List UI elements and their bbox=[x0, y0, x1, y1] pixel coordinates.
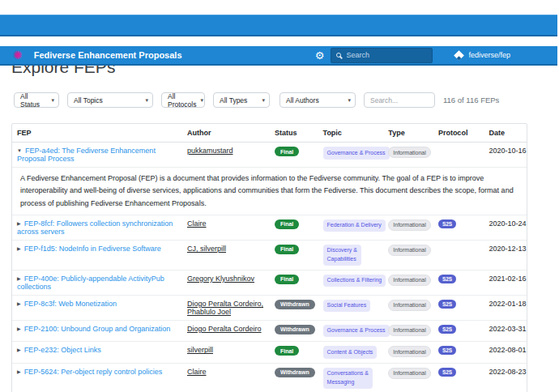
fep-link[interactable]: FEP-8c3f: Web Monetization bbox=[24, 300, 117, 308]
expand-arrow-icon[interactable]: ▶ bbox=[17, 326, 21, 331]
author-link[interactable]: Diogo Peralta Cordeiro bbox=[187, 325, 262, 333]
expand-arrow-icon[interactable]: ▶ bbox=[17, 347, 21, 352]
author-link[interactable]: silverpill bbox=[187, 346, 213, 354]
topic-cell: Collections & Filtering bbox=[318, 271, 384, 296]
expand-arrow-icon[interactable]: ▶ bbox=[17, 220, 21, 226]
navbar-search-box[interactable] bbox=[331, 48, 433, 63]
date-cell: 2021-02-16 bbox=[484, 271, 527, 296]
author-link[interactable]: Gregory Klyushnikov bbox=[187, 275, 254, 283]
expand-arrow-icon[interactable]: ▶ bbox=[17, 275, 21, 281]
author-link[interactable]: Claire bbox=[187, 368, 207, 376]
date-cell: 2022-01-18 bbox=[484, 296, 527, 321]
status-badge: Withdrawn bbox=[275, 368, 315, 377]
chevron-down-icon: ▾ bbox=[348, 97, 351, 104]
types-filter-select[interactable]: All Types ▾ bbox=[213, 92, 270, 108]
result-count: 116 of 116 FEPs bbox=[443, 96, 499, 104]
author-cell: Diogo Peralta Cordeiro, Phablulo Joel bbox=[182, 296, 270, 321]
expand-arrow-icon[interactable]: ▶ bbox=[17, 245, 21, 251]
fep-cell: ▶FEP-400e: Publicly-appendable ActivityP… bbox=[12, 271, 182, 296]
type-cell: Informational bbox=[383, 241, 433, 271]
protocol-cell: S2S bbox=[433, 364, 484, 392]
topic-cell: Content & Objects bbox=[318, 342, 384, 364]
chevron-down-icon: ▾ bbox=[262, 97, 265, 104]
date-cell: 2022-03-31 bbox=[484, 321, 527, 343]
fep-link[interactable]: FEP-8fcf: Followers collection synchroni… bbox=[17, 219, 173, 236]
author-link[interactable]: CJ, silverpill bbox=[187, 245, 226, 253]
filter-search-input[interactable] bbox=[364, 92, 435, 108]
type-badge: Informational bbox=[388, 300, 430, 311]
column-header: Protocol bbox=[433, 124, 484, 143]
status-filter-select[interactable]: All Status ▾ bbox=[14, 92, 59, 108]
status-badge: Final bbox=[275, 245, 299, 254]
column-header: Status bbox=[270, 124, 318, 143]
protocol-badge: S2S bbox=[438, 219, 456, 228]
brand-title[interactable]: Fediverse Enhancement Proposals bbox=[34, 50, 182, 60]
status-cell: Final bbox=[270, 241, 318, 271]
column-header: FEP bbox=[12, 124, 182, 143]
table-row: ▶FEP-8fcf: Followers collection synchron… bbox=[12, 215, 527, 241]
fep-link[interactable]: FEP-2100: Unbound Group and Organization bbox=[24, 325, 171, 333]
protocol-badge: S2S bbox=[438, 368, 456, 377]
type-cell: Informational bbox=[383, 364, 433, 392]
repo-name: fediverse/fep bbox=[468, 51, 510, 59]
chevron-down-icon: ▾ bbox=[200, 97, 203, 104]
author-link[interactable]: Diogo Peralta Cordeiro, Phablulo Joel bbox=[187, 300, 263, 316]
protocol-badge: S2S bbox=[438, 275, 456, 283]
type-badge: Informational bbox=[388, 245, 430, 256]
type-cell: Informational bbox=[383, 321, 433, 343]
fep-cell: ▶FEP-e232: Object Links bbox=[12, 342, 182, 364]
protocols-filter-select[interactable]: All Protocols ▾ bbox=[161, 92, 205, 108]
codeberg-icon bbox=[454, 50, 465, 61]
table-body: ▼FEP-a4ed: The Fediverse Enhancement Pro… bbox=[12, 143, 527, 392]
table-row: ▶FEP-f1d5: NodeInfo in Fediverse Softwar… bbox=[12, 241, 527, 271]
column-header: Date bbox=[484, 124, 527, 143]
topic-badge: Social Features bbox=[323, 300, 371, 313]
status-cell: Final bbox=[270, 143, 318, 168]
fep-link[interactable]: FEP-5624: Per-object reply control polic… bbox=[24, 368, 163, 376]
fep-link[interactable]: FEP-a4ed: The Fediverse Enhancement Prop… bbox=[17, 147, 156, 163]
topic-badge: Governance & Process bbox=[323, 147, 390, 160]
table-row: ▶FEP-400e: Publicly-appendable ActivityP… bbox=[12, 271, 527, 296]
fep-cell: ▶FEP-2100: Unbound Group and Organizatio… bbox=[12, 321, 182, 343]
fediverse-logo-icon: ✺ bbox=[13, 49, 23, 61]
type-cell: Informational bbox=[383, 342, 433, 364]
author-cell: CJ, silverpill bbox=[182, 241, 270, 271]
table-header-row: FEPAuthorStatusTopicTypeProtocolDate bbox=[12, 124, 527, 143]
fep-cell: ▼FEP-a4ed: The Fediverse Enhancement Pro… bbox=[12, 143, 182, 168]
collapse-arrow-icon[interactable]: ▼ bbox=[17, 148, 22, 153]
column-header: Author bbox=[182, 124, 270, 143]
topic-badge: Discovery & Capabilities bbox=[323, 245, 361, 266]
authors-filter-select[interactable]: All Authors ▾ bbox=[280, 92, 356, 108]
expand-arrow-icon[interactable]: ▶ bbox=[17, 300, 21, 306]
author-link[interactable]: pukkamustard bbox=[187, 147, 233, 155]
status-cell: Withdrawn bbox=[270, 364, 318, 392]
topic-cell: Social Features bbox=[318, 296, 384, 321]
topic-cell: Discovery & Capabilities bbox=[318, 241, 384, 271]
repo-link[interactable]: fediverse/fep bbox=[455, 51, 510, 59]
protocol-badge: S2S bbox=[438, 300, 456, 309]
status-cell: Withdrawn bbox=[270, 321, 318, 343]
topic-cell: Governance & Process bbox=[318, 143, 384, 168]
expand-arrow-icon[interactable]: ▶ bbox=[17, 369, 21, 374]
fep-link[interactable]: FEP-400e: Publicly-appendable ActivityPu… bbox=[17, 275, 164, 291]
status-cell: Final bbox=[270, 271, 318, 296]
date-cell: 2020-10-24 bbox=[484, 215, 527, 241]
protocols-filter-value: All Protocols bbox=[168, 92, 196, 109]
protocol-cell bbox=[433, 241, 484, 271]
protocol-cell: S2S bbox=[433, 215, 484, 241]
protocol-cell: S2S bbox=[433, 342, 484, 364]
protocol-cell: S2S bbox=[433, 321, 484, 343]
topic-cell: Conversations & Messaging bbox=[318, 364, 384, 392]
status-badge: Withdrawn bbox=[275, 325, 315, 334]
navbar-search-input[interactable] bbox=[346, 51, 419, 59]
settings-gear-icon[interactable]: ⚙ bbox=[315, 50, 325, 61]
author-link[interactable]: Claire bbox=[187, 219, 207, 228]
type-cell: Informational bbox=[383, 143, 433, 168]
table-row: ▼FEP-a4ed: The Fediverse Enhancement Pro… bbox=[12, 143, 527, 168]
description-row: A Fediverse Enhancement Proposal (FEP) i… bbox=[12, 168, 527, 215]
date-cell: 2020-10-16 bbox=[484, 143, 527, 168]
fep-link[interactable]: FEP-e232: Object Links bbox=[24, 346, 101, 354]
fep-link[interactable]: FEP-f1d5: NodeInfo in Fediverse Software bbox=[24, 245, 161, 253]
search-icon bbox=[336, 53, 341, 58]
topics-filter-select[interactable]: All Topics ▾ bbox=[67, 92, 153, 108]
